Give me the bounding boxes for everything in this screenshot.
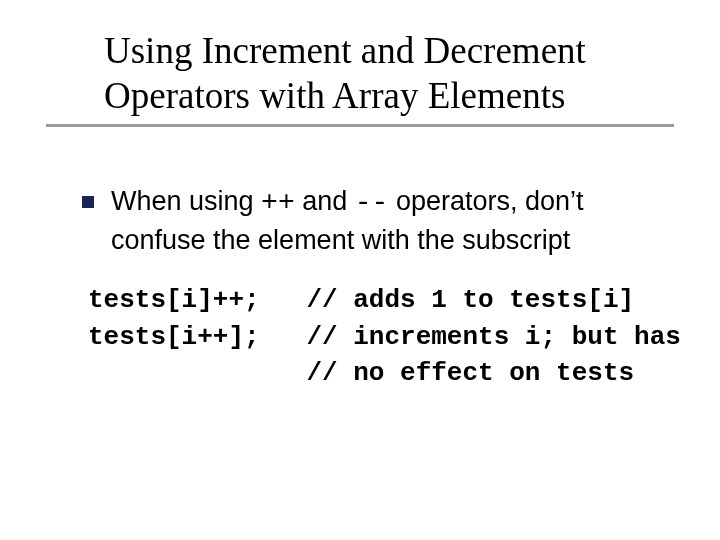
slide-root: Using Increment and Decrement Operators … (0, 0, 720, 540)
inc-operator: ++ (261, 187, 295, 218)
title-area: Using Increment and Decrement Operators … (46, 28, 674, 127)
bullet-text-mid: and (295, 186, 355, 216)
code-block: tests[i]++; // adds 1 to tests[i] tests[… (82, 282, 674, 391)
title-line-2: Operators with Array Elements (104, 75, 565, 116)
bullet-item: When using ++ and -- operators, don’t co… (82, 183, 674, 258)
title-line-1: Using Increment and Decrement (104, 30, 586, 71)
slide-title: Using Increment and Decrement Operators … (104, 28, 674, 118)
bullet-text: When using ++ and -- operators, don’t co… (111, 183, 674, 258)
bullet-text-pre: When using (111, 186, 261, 216)
body-content: When using ++ and -- operators, don’t co… (46, 183, 674, 391)
dec-operator: -- (355, 187, 389, 218)
code-line-1: tests[i]++; // adds 1 to tests[i] (88, 285, 634, 315)
bullet-square-icon (82, 196, 94, 208)
code-line-2: tests[i++]; // increments i; but has (88, 322, 681, 352)
code-line-3: // no effect on tests (88, 358, 634, 388)
